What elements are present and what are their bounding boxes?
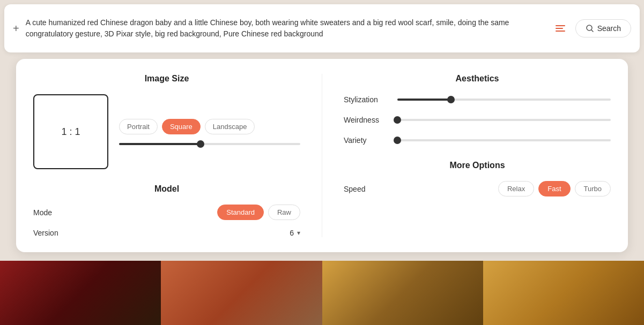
stylization-row: Stylization — [344, 94, 611, 105]
top-bar-actions: Search — [550, 18, 631, 39]
stylization-slider[interactable] — [397, 94, 611, 105]
right-section: Aesthetics Stylization Weirdness — [322, 74, 611, 237]
bg-panel-3 — [322, 261, 483, 325]
bg-panel-2 — [161, 261, 322, 325]
landscape-button[interactable]: Landscape — [205, 119, 255, 134]
weirdness-track — [397, 119, 611, 121]
aspect-ratio-box: 1 : 1 — [33, 94, 108, 169]
mode-label: Mode — [33, 208, 52, 217]
variety-label: Variety — [344, 136, 397, 145]
speed-buttons: Relax Fast Turbo — [498, 181, 611, 196]
variety-slider[interactable] — [397, 135, 611, 146]
version-row: Version 6 ▾ — [33, 229, 300, 237]
left-section: Image Size 1 : 1 Portrait Square Landsca… — [33, 74, 322, 237]
search-label: Search — [597, 24, 621, 33]
bg-panel-1 — [0, 261, 161, 325]
version-label: Version — [33, 229, 58, 237]
stylization-thumb[interactable] — [447, 96, 455, 103]
image-size-area: 1 : 1 Portrait Square Landscape — [33, 94, 300, 169]
aesthetics-section: Aesthetics Stylization Weirdness — [344, 74, 611, 146]
variety-thumb[interactable] — [394, 137, 401, 144]
model-title: Model — [33, 184, 300, 194]
model-section: Model Mode Standard Raw Version 6 ▾ — [33, 184, 300, 237]
orientation-buttons: Portrait Square Landscape — [119, 119, 300, 134]
version-select[interactable]: 6 ▾ — [290, 229, 300, 237]
search-button[interactable]: Search — [575, 19, 631, 37]
speed-label: Speed — [344, 185, 365, 193]
portrait-button[interactable]: Portrait — [119, 119, 158, 134]
add-button[interactable]: + — [13, 22, 19, 35]
stylization-fill — [397, 99, 451, 101]
fast-button[interactable]: Fast — [538, 181, 570, 196]
stylization-track — [397, 99, 611, 101]
more-options-section: More Options Speed Relax Fast Turbo — [344, 161, 611, 196]
background-panels — [0, 261, 644, 325]
weirdness-slider[interactable] — [397, 115, 611, 125]
svg-line-1 — [591, 30, 593, 32]
image-size-title: Image Size — [33, 74, 300, 84]
mode-row: Mode Standard Raw — [33, 205, 300, 220]
version-value: 6 — [290, 229, 294, 237]
weirdness-thumb[interactable] — [394, 116, 401, 124]
speed-row: Speed Relax Fast Turbo — [344, 181, 611, 196]
relax-button[interactable]: Relax — [498, 181, 534, 196]
size-slider-track[interactable] — [119, 143, 300, 145]
variety-track — [397, 139, 611, 141]
weirdness-row: Weirdness — [344, 115, 611, 125]
size-slider-container[interactable] — [119, 143, 300, 145]
chevron-down-icon: ▾ — [297, 229, 300, 237]
aesthetics-title: Aesthetics — [344, 74, 611, 84]
size-slider-fill — [119, 143, 201, 145]
main-panel: Image Size 1 : 1 Portrait Square Landsca… — [16, 59, 628, 252]
search-icon — [586, 24, 594, 33]
filter-button[interactable] — [550, 18, 571, 39]
top-bar: + A cute humanized red Chinese dragon ba… — [4, 4, 640, 52]
standard-button[interactable]: Standard — [217, 205, 264, 220]
weirdness-label: Weirdness — [344, 116, 397, 124]
variety-row: Variety — [344, 135, 611, 146]
filter-icon — [556, 25, 565, 32]
prompt-text: A cute humanized red Chinese dragon baby… — [26, 17, 543, 40]
square-button[interactable]: Square — [162, 119, 201, 134]
stylization-label: Stylization — [344, 95, 397, 104]
mode-buttons: Standard Raw — [217, 205, 300, 220]
size-slider-thumb[interactable] — [197, 140, 204, 148]
raw-button[interactable]: Raw — [268, 205, 300, 220]
turbo-button[interactable]: Turbo — [575, 181, 611, 196]
bg-panel-4 — [483, 261, 644, 325]
size-controls: Portrait Square Landscape — [119, 119, 300, 145]
more-options-title: More Options — [344, 161, 611, 170]
